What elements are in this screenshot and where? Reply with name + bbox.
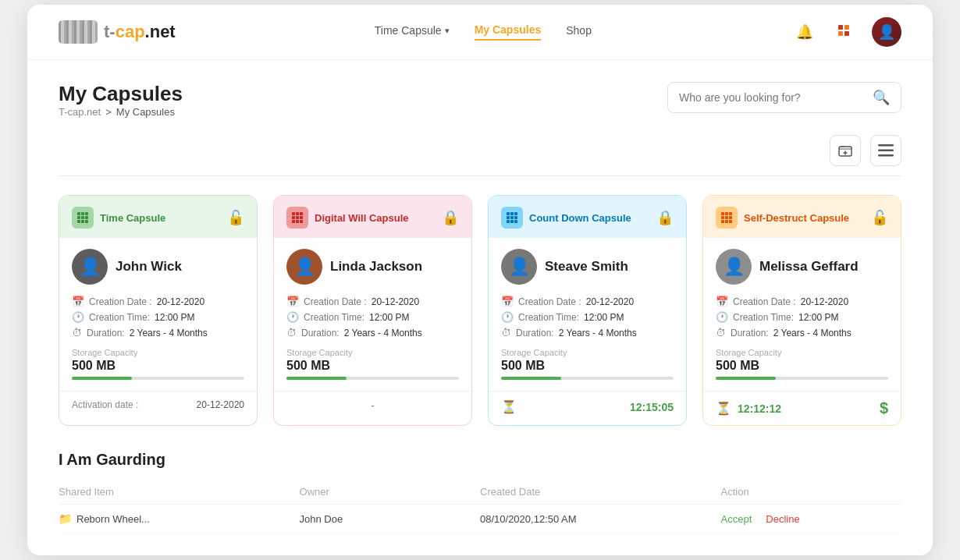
nav-time-capsule-label: Time Capsule bbox=[375, 24, 442, 37]
linda-jackson-avatar: 👤 bbox=[286, 249, 322, 285]
svg-rect-39 bbox=[725, 216, 728, 219]
time-capsule-header-left: Time Capsule bbox=[72, 207, 165, 229]
dw-creation-date-row: 📅 Creation Date : 20-12-2020 bbox=[286, 296, 459, 307]
digital-will-footer-dash: - bbox=[371, 399, 375, 412]
svg-rect-32 bbox=[507, 220, 510, 223]
search-input[interactable] bbox=[679, 91, 866, 104]
shared-item-value: Reborn Wheel... bbox=[76, 513, 150, 525]
dw-calendar-icon: 📅 bbox=[286, 296, 299, 307]
time-capsule-body: 👤 John Wick 📅 Creation Date : 20-12-2020… bbox=[59, 238, 257, 391]
svg-rect-43 bbox=[729, 220, 732, 223]
storage-fill bbox=[72, 377, 132, 380]
breadcrumb-home[interactable]: T-cap.net bbox=[59, 106, 101, 118]
destruct-info: 📅 Creation Date : 20-12-2020 🕐 Creation … bbox=[716, 296, 888, 338]
digital-will-footer: - bbox=[274, 391, 471, 420]
divider bbox=[59, 175, 901, 176]
svg-rect-40 bbox=[729, 216, 732, 219]
svg-rect-34 bbox=[514, 220, 517, 223]
svg-rect-36 bbox=[725, 212, 728, 215]
svg-rect-37 bbox=[729, 212, 732, 215]
svg-rect-24 bbox=[296, 220, 299, 223]
dw-duration-label: Duration: bbox=[301, 328, 340, 338]
cell-owner: John Doe bbox=[300, 513, 480, 525]
steave-smith-avatar: 👤 bbox=[501, 249, 537, 285]
time-capsule-footer: Activation date : 20-12-2020 bbox=[59, 391, 257, 418]
destruct-card: Self-Destruct Capsule 🔓 👤 Melissa Geffar… bbox=[702, 195, 901, 426]
accept-button[interactable]: Accept bbox=[721, 513, 752, 525]
nav-my-capsules-label: My Capsules bbox=[475, 23, 542, 36]
cd-creation-time-value: 12:00 PM bbox=[584, 312, 624, 323]
calendar-icon: 📅 bbox=[72, 296, 84, 307]
creation-time-value: 12:00 PM bbox=[155, 312, 194, 323]
dw-storage-value: 500 MB bbox=[286, 359, 459, 373]
search-icon[interactable]: 🔍 bbox=[873, 89, 890, 106]
notification-bell-icon[interactable]: 🔔 bbox=[791, 18, 819, 46]
grid-app-icon[interactable] bbox=[831, 18, 859, 46]
new-folder-button[interactable] bbox=[830, 135, 861, 166]
countdown-card: Count Down Capsule 🔒 👤 Steave Smith 📅 Cr… bbox=[488, 195, 687, 426]
destruct-type-label: Self-Destruct Capsule bbox=[744, 212, 849, 224]
countdown-timer-value: 12:15:05 bbox=[630, 401, 674, 413]
nav-time-capsule[interactable]: Time Capsule ▾ bbox=[375, 24, 450, 40]
dw-storage-bar bbox=[286, 377, 459, 380]
capsule-cards: Time Capsule 🔓 👤 John Wick 📅 Creation Da… bbox=[59, 195, 901, 426]
nav-shop[interactable]: Shop bbox=[566, 24, 592, 40]
dw-creation-time-value: 12:00 PM bbox=[369, 312, 409, 323]
cd-duration-row: ⏱ Duration: 2 Years - 4 Months bbox=[501, 327, 674, 338]
file-icon: 📁 bbox=[59, 512, 72, 525]
sd-storage-bar bbox=[716, 377, 888, 380]
cd-creation-date-value: 20-12-2020 bbox=[586, 296, 634, 307]
dw-storage-fill bbox=[286, 377, 347, 380]
svg-rect-16 bbox=[85, 220, 88, 223]
linda-jackson-name: Linda Jackson bbox=[330, 259, 422, 275]
activation-value: 20-12-2020 bbox=[197, 399, 244, 410]
destruct-header-left: Self-Destruct Capsule bbox=[716, 207, 849, 229]
digital-will-lock-icon: 🔒 bbox=[442, 209, 459, 226]
decline-button[interactable]: Decline bbox=[766, 513, 799, 525]
col-created-date: Created Date bbox=[480, 486, 721, 498]
cd-storage-label: Storage Capacity bbox=[501, 348, 674, 357]
nav-my-capsules[interactable]: My Capsules bbox=[475, 23, 542, 41]
destruct-footer: ⏳ 12:12:12 $ bbox=[703, 391, 901, 425]
sd-duration-label: Duration: bbox=[731, 328, 769, 338]
svg-rect-26 bbox=[507, 212, 510, 215]
menu-button[interactable] bbox=[870, 135, 901, 166]
svg-rect-1 bbox=[844, 25, 849, 30]
john-wick-name: John Wick bbox=[116, 259, 182, 275]
svg-rect-23 bbox=[292, 220, 295, 223]
destruct-timer-hourglass-icon: ⏳ bbox=[716, 401, 731, 416]
creation-date-value: 20-12-2020 bbox=[157, 296, 204, 307]
svg-rect-18 bbox=[296, 212, 299, 215]
time-capsule-type-label: Time Capsule bbox=[100, 212, 165, 224]
svg-rect-10 bbox=[85, 212, 88, 215]
sd-storage-fill bbox=[716, 377, 776, 380]
toolbar bbox=[59, 135, 901, 166]
svg-rect-13 bbox=[85, 216, 88, 219]
duration-row: ⏱ Duration: 2 Years - 4 Months bbox=[72, 327, 244, 338]
svg-rect-9 bbox=[81, 212, 84, 215]
svg-rect-5 bbox=[878, 144, 894, 147]
svg-rect-20 bbox=[292, 216, 295, 219]
dollar-sign-icon: $ bbox=[880, 399, 888, 417]
col-action: Action bbox=[721, 486, 901, 498]
svg-rect-25 bbox=[300, 220, 303, 223]
cd-calendar-icon: 📅 bbox=[501, 296, 514, 307]
cd-duration-label: Duration: bbox=[516, 328, 554, 338]
sd-creation-time-row: 🕐 Creation Time: 12:00 PM bbox=[716, 311, 888, 323]
user-avatar[interactable]: 👤 bbox=[872, 17, 901, 47]
svg-rect-11 bbox=[77, 216, 80, 219]
time-capsule-storage: Storage Capacity 500 MB bbox=[72, 348, 244, 380]
cd-duration-icon: ⏱ bbox=[501, 327, 511, 338]
chevron-down-icon: ▾ bbox=[445, 26, 450, 36]
logo-net: .net bbox=[145, 22, 176, 41]
breadcrumb-separator: > bbox=[105, 106, 112, 118]
cell-action: Accept Decline bbox=[721, 513, 901, 525]
sd-duration-row: ⏱ Duration: 2 Years - 4 Months bbox=[716, 327, 888, 338]
sd-creation-time-value: 12:00 PM bbox=[798, 312, 838, 323]
cell-created-date: 08/10/2020,12:50 AM bbox=[480, 513, 721, 525]
sd-creation-date-label: Creation Date : bbox=[733, 296, 796, 307]
dw-creation-date-label: Creation Date : bbox=[304, 296, 367, 307]
cd-creation-time-label: Creation Time: bbox=[518, 312, 579, 323]
logo-cap: cap bbox=[116, 22, 145, 41]
svg-rect-19 bbox=[300, 212, 303, 215]
